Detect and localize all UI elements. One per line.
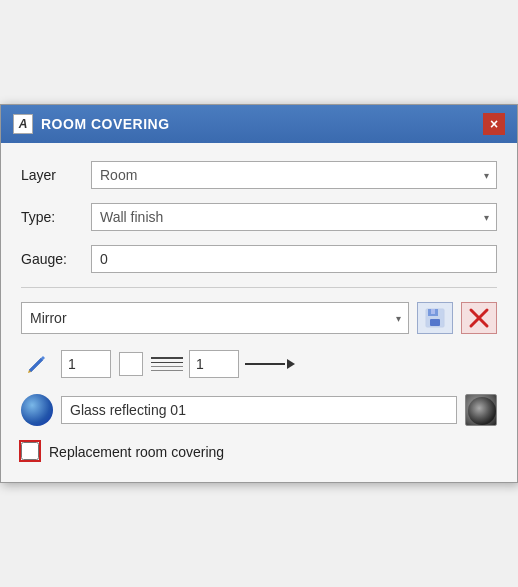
line-3 [151,366,183,367]
line-1 [151,357,183,359]
mirror-select-wrapper: Mirror ▾ [21,302,409,334]
scale-value-input[interactable] [189,350,239,378]
replacement-label[interactable]: Replacement room covering [49,444,224,460]
title-bar-left: A ROOM COVERING [13,114,170,134]
type-select-wrapper: Wall finish ▾ [91,203,497,231]
type-row: Type: Wall finish ▾ [21,203,497,231]
lines-style-icon[interactable] [151,357,183,371]
app-icon: A [13,114,33,134]
line-sample [245,363,285,365]
pen-value-input[interactable] [61,350,111,378]
dialog-content: Layer Room ▾ Type: Wall finish ▾ Gauge: [1,143,517,482]
arrow-head-icon [287,359,295,369]
toolbar-row: Mirror ▾ [21,302,497,334]
material-thumb-svg [466,395,498,427]
svg-point-6 [468,397,496,425]
color-swatch[interactable] [119,352,143,376]
delete-icon [468,307,490,329]
line-2 [151,362,183,363]
title-bar: A ROOM COVERING × [1,105,517,143]
gauge-label: Gauge: [21,251,91,267]
layer-select[interactable]: Room [91,161,497,189]
layer-select-wrapper: Room ▾ [91,161,497,189]
close-button[interactable]: × [483,113,505,135]
layer-row: Layer Room ▾ [21,161,497,189]
props-row [21,348,497,380]
material-thumbnail[interactable] [465,394,497,426]
replacement-checkbox-wrapper [21,442,41,462]
delete-button[interactable] [461,302,497,334]
pen-icon[interactable] [21,348,53,380]
material-row [21,394,497,426]
material-sphere-icon[interactable] [21,394,53,426]
type-label: Type: [21,209,91,225]
replacement-row: Replacement room covering [21,442,497,462]
gauge-input[interactable] [91,245,497,273]
window-title: ROOM COVERING [41,116,170,132]
material-name-input[interactable] [61,396,457,424]
line-end-style[interactable] [245,359,295,369]
divider-1 [21,287,497,288]
pencil-svg [25,352,49,376]
save-icon [424,307,446,329]
svg-rect-2 [430,319,440,326]
line-4 [151,370,183,371]
type-select[interactable]: Wall finish [91,203,497,231]
svg-rect-3 [431,309,435,314]
layer-label: Layer [21,167,91,183]
gauge-row: Gauge: [21,245,497,273]
save-button[interactable] [417,302,453,334]
mirror-select[interactable]: Mirror [21,302,409,334]
replacement-checkbox[interactable] [21,442,39,460]
room-covering-dialog: A ROOM COVERING × Layer Room ▾ Type: Wal… [0,104,518,483]
